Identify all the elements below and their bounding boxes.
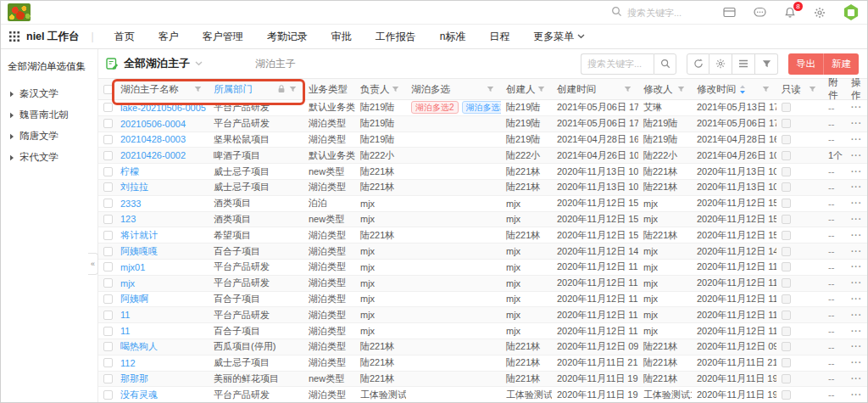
header-cell[interactable]: 湖泊主子名称 [115, 79, 209, 99]
chat-icon[interactable] [754, 7, 766, 19]
more-actions-icon[interactable]: ··· [851, 247, 862, 256]
record-link[interactable]: 2333 [115, 196, 209, 211]
row-select-cell[interactable] [98, 260, 115, 275]
nav-item[interactable]: 日程 [477, 30, 521, 44]
record-link[interactable]: 112 [115, 355, 209, 371]
row-select-cell[interactable] [98, 292, 115, 307]
row-actions-cell[interactable]: ··· [846, 227, 867, 243]
row-actions-cell[interactable]: ··· [846, 212, 867, 227]
row-checkbox[interactable] [103, 358, 113, 367]
nav-item[interactable]: 工作报告 [364, 30, 428, 44]
row-checkbox[interactable] [103, 374, 113, 383]
more-actions-icon[interactable]: ··· [851, 311, 862, 320]
row-actions-cell[interactable]: ··· [846, 148, 867, 163]
row-select-cell[interactable] [98, 307, 115, 322]
more-actions-icon[interactable]: ··· [851, 182, 862, 192]
filter-icon[interactable] [762, 86, 770, 93]
list-search-button[interactable] [654, 53, 676, 75]
row-select-cell[interactable] [98, 148, 115, 163]
app-grid-icon[interactable] [9, 31, 19, 42]
row-actions-cell[interactable]: ··· [846, 372, 867, 387]
row-select-cell[interactable] [98, 100, 115, 115]
nav-item[interactable]: 首页 [103, 30, 147, 44]
row-select-cell[interactable] [98, 164, 115, 179]
more-actions-icon[interactable]: ··· [851, 327, 862, 336]
nav-item[interactable]: n标准 [428, 30, 478, 44]
row-actions-cell[interactable]: ··· [846, 339, 867, 355]
more-actions-icon[interactable]: ··· [851, 390, 862, 400]
select-all-cell[interactable] [98, 79, 115, 99]
row-select-cell[interactable] [98, 227, 115, 243]
tab-lake-master[interactable]: 湖泊主子 [255, 57, 296, 71]
sidebar-item[interactable]: 宋代文学 [1, 147, 97, 168]
header-cell[interactable]: 湖泊多选 [406, 79, 501, 99]
row-select-cell[interactable] [98, 116, 115, 132]
filter-button[interactable] [755, 53, 778, 75]
filter-icon[interactable] [392, 86, 399, 93]
more-actions-icon[interactable]: ··· [851, 278, 862, 288]
row-select-cell[interactable] [98, 339, 115, 355]
row-checkbox[interactable] [103, 247, 113, 256]
row-checkbox[interactable] [103, 103, 113, 112]
more-actions-icon[interactable]: ··· [851, 358, 862, 367]
more-actions-icon[interactable]: ··· [851, 135, 862, 144]
more-actions-icon[interactable]: ··· [851, 294, 862, 304]
record-link[interactable]: mjx [115, 276, 209, 291]
row-checkbox[interactable] [103, 342, 113, 351]
filter-icon[interactable] [487, 86, 494, 93]
record-link[interactable]: lake-20210506-0005 [115, 100, 209, 115]
sidebar-item[interactable]: 隋唐文学 [1, 126, 97, 147]
row-actions-cell[interactable]: ··· [846, 260, 867, 275]
row-actions-cell[interactable]: ··· [846, 116, 867, 132]
row-select-cell[interactable] [98, 355, 115, 371]
record-link[interactable]: 11 [115, 307, 209, 322]
row-checkbox[interactable] [103, 294, 113, 304]
header-cell[interactable]: 操作 [846, 79, 867, 99]
nav-item[interactable]: 审批 [320, 30, 364, 44]
row-actions-cell[interactable]: ··· [846, 100, 867, 115]
row-checkbox[interactable] [103, 167, 113, 176]
select-all-checkbox[interactable] [103, 85, 113, 94]
header-cell[interactable]: 创建时间 [552, 79, 638, 99]
record-link[interactable]: 没有灵魂 [115, 387, 209, 402]
row-checkbox[interactable] [103, 182, 113, 192]
bell-icon[interactable]: 8 [784, 7, 796, 19]
filter-icon[interactable] [677, 86, 685, 93]
record-link[interactable]: 阿姨嘎嘎 [115, 243, 209, 259]
row-select-cell[interactable] [98, 196, 115, 211]
company-logo[interactable] [8, 3, 31, 21]
header-cell[interactable]: 创建人 [501, 79, 552, 99]
row-actions-cell[interactable]: ··· [846, 323, 867, 339]
gear-icon[interactable] [814, 7, 826, 19]
user-avatar[interactable] [843, 4, 859, 20]
row-checkbox[interactable] [103, 231, 113, 240]
header-cell[interactable]: 只读 [776, 79, 823, 99]
more-actions-icon[interactable]: ··· [851, 119, 862, 128]
workspace-title[interactable]: niel 工作台 [26, 30, 80, 44]
sidebar-item[interactable]: 秦汉文学 [1, 83, 97, 104]
more-actions-icon[interactable]: ··· [851, 231, 862, 240]
row-actions-cell[interactable]: ··· [846, 387, 867, 402]
row-select-cell[interactable] [98, 387, 115, 402]
row-select-cell[interactable] [98, 180, 115, 195]
header-cell[interactable]: 修改时间 [692, 79, 776, 99]
header-cell[interactable]: 所属部门 [209, 79, 303, 99]
record-link[interactable]: mjx01 [115, 260, 209, 275]
header-cell[interactable]: 修改人 [638, 79, 692, 99]
filter-icon[interactable] [194, 86, 202, 93]
record-link[interactable]: 123 [115, 212, 209, 227]
export-button[interactable]: 导出 [788, 53, 823, 75]
nav-item[interactable]: 客户管理 [191, 30, 255, 44]
row-checkbox[interactable] [103, 199, 113, 208]
filter-icon[interactable] [289, 86, 297, 93]
nav-item-more-menu[interactable]: 更多菜单 [521, 30, 597, 44]
row-actions-cell[interactable]: ··· [846, 292, 867, 307]
nav-item[interactable]: 考勤记录 [255, 30, 320, 44]
row-actions-cell[interactable]: ··· [846, 355, 867, 371]
view-title[interactable]: 全部湖泊主子 [124, 56, 190, 71]
record-link[interactable]: 那那那 [115, 372, 209, 387]
row-select-cell[interactable] [98, 323, 115, 339]
more-actions-icon[interactable]: ··· [851, 262, 862, 271]
filter-icon[interactable] [341, 86, 348, 93]
row-checkbox[interactable] [103, 119, 113, 128]
